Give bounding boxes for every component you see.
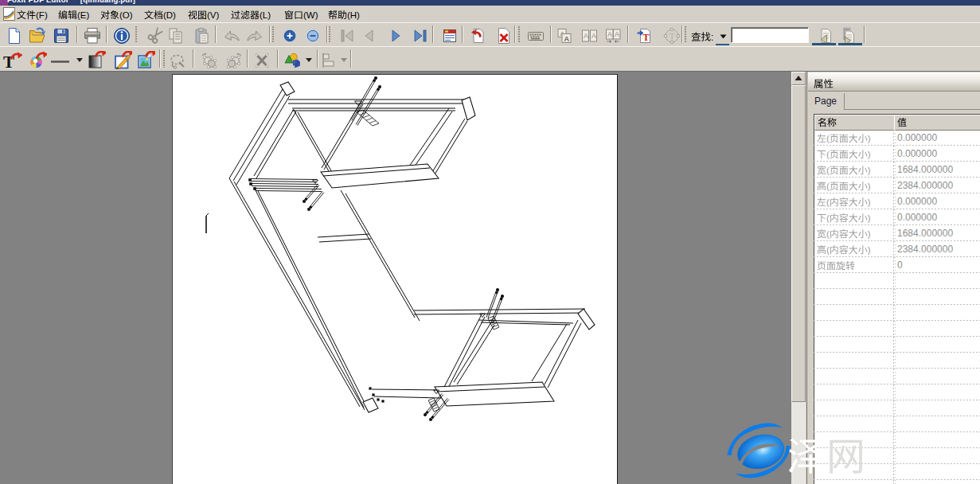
svg-text:): ) [87,10,90,20]
svg-text:): ) [868,197,871,207]
svg-text:A: A [607,30,612,38]
svg-text:A: A [592,32,596,40]
svg-text:F: F [39,10,45,20]
svg-text:): ) [868,213,871,223]
svg-text:(: ( [826,150,830,159]
svg-text:(: ( [826,245,830,255]
svg-text:): ) [173,10,176,20]
svg-text:(: ( [826,197,830,207]
svg-text:T: T [670,31,675,41]
svg-text:(: ( [826,182,830,191]
svg-text:W: W [306,10,315,20]
svg-text:): ) [868,229,871,239]
svg-text:): ) [45,10,48,20]
svg-text:D: D [166,10,173,20]
svg-text:): ) [868,245,871,255]
svg-text:H: H [350,10,357,20]
svg-text:): ) [267,10,271,20]
svg-text::: : [711,32,713,43]
svg-text:A: A [564,35,570,43]
svg-text:A: A [584,32,588,40]
svg-text:(: ( [826,213,830,223]
svg-text:A: A [615,30,619,38]
svg-text:(: ( [826,134,830,143]
svg-text:): ) [868,134,871,143]
svg-text:): ) [868,150,871,159]
svg-text:): ) [868,166,871,175]
svg-text:): ) [130,10,133,20]
svg-text:): ) [868,182,871,191]
svg-text:): ) [217,10,220,20]
svg-text:): ) [315,10,318,20]
svg-text:T: T [643,32,650,43]
svg-text:O: O [123,10,130,20]
svg-text:(: ( [826,166,830,175]
svg-text:(: ( [826,229,830,239]
svg-text:): ) [357,10,360,20]
